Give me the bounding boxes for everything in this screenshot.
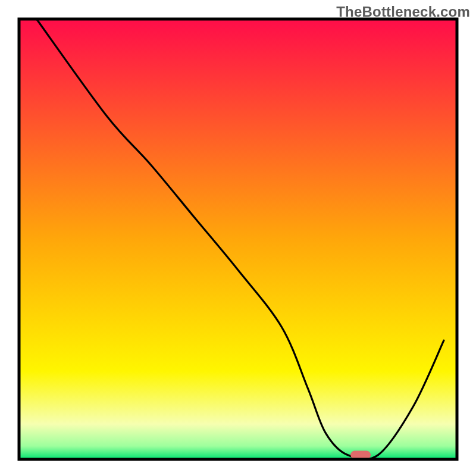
chart-canvas bbox=[0, 0, 476, 476]
bottleneck-chart: TheBottleneck.com bbox=[0, 0, 476, 476]
watermark-text: TheBottleneck.com bbox=[336, 4, 470, 20]
